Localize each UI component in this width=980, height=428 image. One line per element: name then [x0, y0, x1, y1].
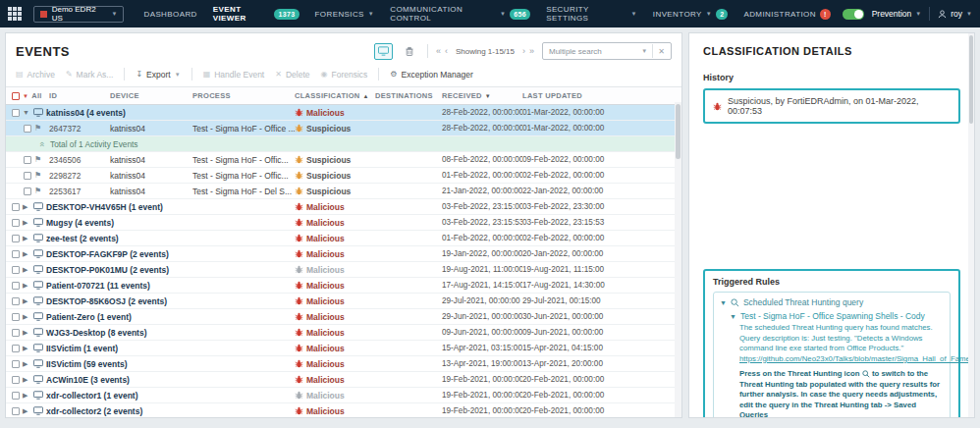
expand-caret-icon[interactable]: ▶ — [23, 250, 30, 258]
device-group-name: IISVictim (1 event) — [46, 344, 118, 353]
first-page-button[interactable]: « — [436, 46, 441, 56]
nav-item-event-viewer[interactable]: EVENT VIEWER1373 — [213, 5, 299, 23]
expand-caret-icon[interactable]: ▶ — [23, 407, 30, 415]
expand-caret-icon[interactable]: ▼ — [23, 109, 30, 116]
last-updated-cell: 03-Feb-2022, 23:30:00 — [522, 202, 681, 211]
row-checkbox[interactable] — [12, 297, 20, 305]
row-checkbox[interactable] — [12, 376, 20, 384]
mode-selector[interactable]: Prevention ▼ — [872, 9, 922, 19]
next-page-button[interactable]: › — [522, 46, 525, 56]
expand-caret-icon[interactable]: ▶ — [23, 360, 30, 368]
row-checkbox[interactable] — [12, 329, 20, 337]
column-header-device[interactable]: DEVICE — [110, 91, 192, 100]
expand-caret-icon[interactable]: ▶ — [23, 376, 30, 384]
archive-view-toggle-button[interactable] — [401, 43, 419, 60]
query-type-row[interactable]: ▼ Scheduled Threat Hunting query — [720, 297, 944, 307]
scrollbar-thumb[interactable] — [676, 104, 681, 159]
row-checkbox[interactable] — [24, 125, 31, 133]
expand-caret-icon[interactable]: ▶ — [23, 313, 30, 321]
device-group-row[interactable]: ▼katniss04 (4 events)Malicious28-Feb-202… — [6, 105, 681, 121]
collapse-caret-icon[interactable]: ▼ — [720, 299, 727, 306]
reference-link[interactable]: https://github.com/Neo23x0/Talks/blob/ma… — [739, 354, 975, 363]
nav-item-security-settings[interactable]: SECURITY SETTINGS▼ — [546, 5, 637, 23]
row-checkbox[interactable] — [12, 250, 20, 258]
event-row[interactable]: ⚑2298272katniss04Test - Sigma HoF - Offi… — [6, 168, 681, 184]
row-checkbox[interactable] — [12, 235, 20, 242]
prev-page-button[interactable]: ‹ — [445, 46, 448, 56]
row-checkbox[interactable] — [24, 172, 31, 180]
column-header-id[interactable]: ID — [49, 91, 110, 100]
row-checkbox[interactable] — [24, 187, 31, 195]
row-checkbox[interactable] — [12, 282, 20, 290]
nav-item-forensics[interactable]: FORENSICS▼ — [315, 10, 375, 19]
event-row[interactable]: ⚑2647372katniss04Test - Sigma HoF - Offi… — [6, 121, 681, 136]
device-group-row[interactable]: ▶Mugsy (4 events)Malicious03-Feb-2022, 2… — [6, 215, 681, 231]
column-header-classification[interactable]: CLASSIFICATION▲ — [295, 91, 375, 100]
expand-caret-icon[interactable]: ▶ — [23, 392, 30, 400]
device-group-row[interactable]: ▶Patient-070721 (11 events)Malicious17-A… — [6, 278, 681, 294]
device-view-toggle-button[interactable] — [374, 43, 393, 60]
column-header-destinations[interactable]: DESTINATIONS — [375, 91, 442, 100]
user-icon — [938, 10, 947, 19]
exception-manager-button[interactable]: ⚙Exception Manager — [390, 70, 472, 80]
details-scrollbar[interactable] — [968, 33, 974, 417]
nav-item-administration[interactable]: ADMINISTRATION! — [743, 9, 830, 20]
device-group-row[interactable]: ▶Patient-Zero (1 event)Malicious29-Jun-2… — [6, 309, 681, 325]
device-group-row[interactable]: ▶WJG3-Desktop (8 events)Malicious09-Jun-… — [6, 325, 681, 341]
scrollbar-thumb[interactable] — [969, 35, 973, 124]
device-group-row[interactable]: ▶ACWin10E (3 events)Malicious19-Feb-2021… — [6, 372, 681, 388]
device-group-row[interactable]: ▶IISVictim (1 event)Malicious15-Apr-2021… — [6, 341, 681, 356]
expand-caret-icon[interactable]: ▶ — [23, 297, 30, 305]
multiple-search-input[interactable]: Multiple search ▼ ✕ — [542, 42, 672, 60]
rule-title-row[interactable]: ▼ Test - Sigma HoF - Office Spawning She… — [730, 311, 944, 321]
export-button[interactable]: ↧Export▼ — [136, 70, 180, 80]
device-group-name: DESKTOP-FAGKF9P (2 events) — [46, 249, 169, 259]
device-group-row[interactable]: ▶DESKTOP-VH4V65H (1 event)Malicious03-Fe… — [6, 199, 681, 215]
expand-caret-icon[interactable]: ▶ — [23, 329, 30, 337]
row-checkbox[interactable] — [12, 313, 20, 321]
select-all-checkbox[interactable] — [12, 92, 20, 100]
nav-item-inventory[interactable]: INVENTORY▼2 — [653, 9, 729, 20]
device-group-row[interactable]: ▶IISVictim (59 events)Malicious13-Apr-20… — [6, 356, 681, 372]
row-checkbox[interactable] — [12, 345, 20, 352]
last-page-button[interactable]: » — [529, 46, 534, 56]
events-scrollbar[interactable] — [675, 102, 681, 417]
device-group-row[interactable]: ▶DESKTOP-P0K01MU (2 events)Malicious19-A… — [6, 262, 681, 278]
column-header-all[interactable]: ▼ All — [6, 91, 49, 100]
row-checkbox[interactable] — [12, 392, 20, 400]
row-checkbox[interactable] — [12, 360, 20, 368]
expand-caret-icon[interactable]: ▶ — [23, 282, 30, 290]
expand-caret-icon[interactable]: ▶ — [23, 203, 30, 211]
device-group-row[interactable]: ▶xdr-collector1 (1 event)Malicious19-Feb… — [6, 388, 681, 403]
device-group-row[interactable]: ▶zee-test (2 events)Malicious01-Feb-2022… — [6, 231, 681, 246]
expand-caret-icon[interactable]: ▶ — [23, 219, 30, 227]
device-group-row[interactable]: ▶xdr-collector2 (2 events)Malicious19-Fe… — [6, 403, 681, 417]
event-row[interactable]: ⚑2253617katniss04Test - Sigma HoF - Del … — [6, 184, 681, 199]
event-row[interactable]: ⚑2346506katniss04Test - Sigma HoF - Offi… — [6, 152, 681, 168]
column-header-process[interactable]: PROCESS — [192, 91, 295, 100]
user-menu[interactable]: roy ▼ — [938, 9, 972, 19]
clear-search-icon[interactable]: ✕ — [658, 47, 665, 56]
row-checkbox[interactable] — [12, 266, 20, 274]
column-header-last-updated[interactable]: LAST UPDATED — [522, 91, 681, 100]
nav-item-communication-control[interactable]: COMMUNICATION CONTROL▼656 — [390, 5, 530, 23]
row-checkbox[interactable] — [24, 156, 31, 164]
collapse-caret-icon[interactable]: ▼ — [730, 313, 736, 320]
device-group-row[interactable]: ▶DESKTOP-FAGKF9P (2 events)Malicious19-J… — [6, 246, 681, 262]
expand-caret-icon[interactable]: ▶ — [23, 235, 30, 242]
organization-selector[interactable]: Demo EDR2 US ▼ — [33, 6, 124, 23]
prevention-mode-toggle[interactable] — [843, 9, 864, 20]
row-checkbox[interactable] — [12, 203, 20, 211]
expand-caret-icon[interactable]: ▶ — [23, 345, 30, 352]
column-header-received[interactable]: RECEIVED▼ — [442, 91, 522, 100]
row-checkbox[interactable] — [12, 219, 20, 227]
row-checkbox[interactable] — [12, 109, 20, 117]
row-checkbox[interactable] — [12, 407, 20, 415]
collapse-activity-icon[interactable]: « — [37, 141, 47, 146]
nav-item-dashboard[interactable]: DASHBOARD — [143, 10, 196, 19]
select-all-caret-icon[interactable]: ▼ — [23, 93, 28, 99]
device-group-cell: ▶zee-test (2 events) — [6, 234, 295, 243]
expand-caret-icon[interactable]: ▶ — [23, 266, 30, 274]
activity-summary-row[interactable]: «Total of 1 Activity Events — [6, 136, 681, 152]
device-group-row[interactable]: ▶DESKTOP-85K6OSJ (2 events)Malicious29-J… — [6, 294, 681, 309]
